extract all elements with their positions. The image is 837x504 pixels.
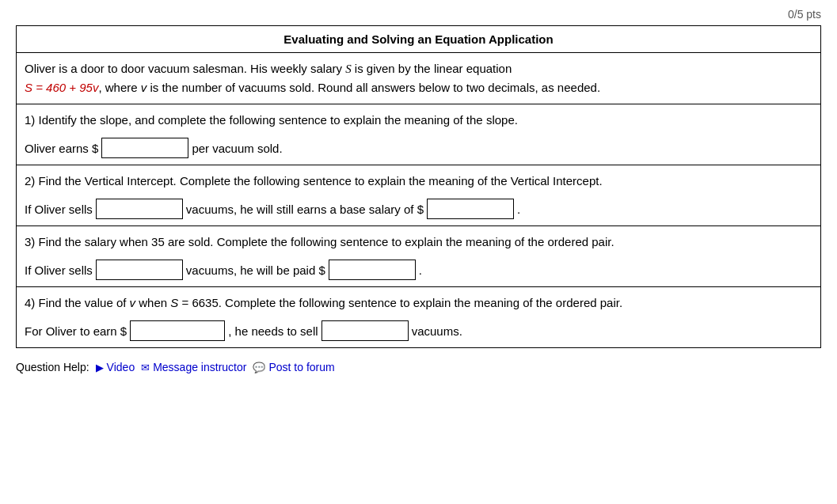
q3-prefix: If Oliver sells bbox=[25, 263, 93, 277]
video-icon: ▶ bbox=[96, 362, 104, 373]
question-1-answer-row: Oliver earns $ per vacuum sold. bbox=[25, 138, 812, 158]
q3-suffix: . bbox=[419, 263, 422, 277]
question-help-label: Question Help: bbox=[16, 361, 89, 373]
question-2-label: 2) Find the Vertical Intercept. Complete… bbox=[25, 172, 812, 191]
q1-prefix: Oliver earns $ bbox=[25, 142, 98, 155]
message-label: Message instructor bbox=[153, 361, 246, 373]
q4-prefix: For Oliver to earn $ bbox=[25, 324, 127, 338]
question-title: Evaluating and Solving an Equation Appli… bbox=[17, 26, 821, 53]
main-question-table: Evaluating and Solving an Equation Appli… bbox=[16, 25, 821, 348]
q1-input1[interactable] bbox=[101, 138, 188, 158]
question-3-section: 3) Find the salary when 35 are sold. Com… bbox=[17, 226, 821, 287]
q4-middle: , he needs to sell bbox=[228, 324, 318, 338]
question-2-answer-row: If Oliver sells vacuums, he will still e… bbox=[25, 199, 812, 219]
question-3-label: 3) Find the salary when 35 are sold. Com… bbox=[25, 233, 812, 252]
post-to-forum-link[interactable]: 💬 Post to forum bbox=[253, 361, 334, 373]
q3-input2[interactable] bbox=[329, 260, 416, 280]
q2-input2[interactable] bbox=[427, 199, 514, 219]
question-4-section: 4) Find the value of v when S = 6635. Co… bbox=[17, 287, 821, 348]
q1-suffix: per vacuum sold. bbox=[192, 142, 282, 155]
q2-middle: vacuums, he will still earns a base sala… bbox=[186, 203, 424, 216]
q4-input1[interactable] bbox=[130, 320, 225, 341]
q4-input2[interactable] bbox=[321, 320, 409, 341]
equation: S = 460 + 95v bbox=[25, 81, 98, 94]
footer: Question Help: ▶ Video ✉ Message instruc… bbox=[16, 354, 821, 373]
q3-input1[interactable] bbox=[96, 260, 183, 280]
forum-icon: 💬 bbox=[253, 362, 265, 373]
message-instructor-link[interactable]: ✉ Message instructor bbox=[141, 361, 246, 373]
q2-suffix: . bbox=[517, 203, 520, 216]
var-S: S bbox=[345, 63, 352, 75]
q2-input1[interactable] bbox=[96, 199, 183, 219]
question-2-section: 2) Find the Vertical Intercept. Complete… bbox=[17, 165, 821, 226]
forum-label: Post to forum bbox=[268, 361, 334, 373]
problem-description: Oliver is a door to door vacuum salesman… bbox=[17, 53, 821, 104]
video-link[interactable]: ▶ Video bbox=[96, 361, 135, 373]
q4-suffix: vacuums. bbox=[412, 324, 462, 338]
question-1-label: 1) Identify the slope, and complete the … bbox=[25, 111, 812, 130]
pts-display: 0/5 pts bbox=[788, 8, 821, 21]
question-4-label: 4) Find the value of v when S = 6635. Co… bbox=[25, 294, 812, 313]
question-3-answer-row: If Oliver sells vacuums, he will be paid… bbox=[25, 260, 812, 280]
var-v: v bbox=[141, 81, 147, 94]
message-icon: ✉ bbox=[141, 362, 150, 373]
question-1-section: 1) Identify the slope, and complete the … bbox=[17, 104, 821, 165]
q2-prefix: If Oliver sells bbox=[25, 203, 93, 216]
video-label: Video bbox=[107, 361, 135, 373]
question-4-answer-row: For Oliver to earn $ , he needs to sell … bbox=[25, 320, 812, 341]
q3-middle: vacuums, he will be paid $ bbox=[186, 263, 325, 277]
